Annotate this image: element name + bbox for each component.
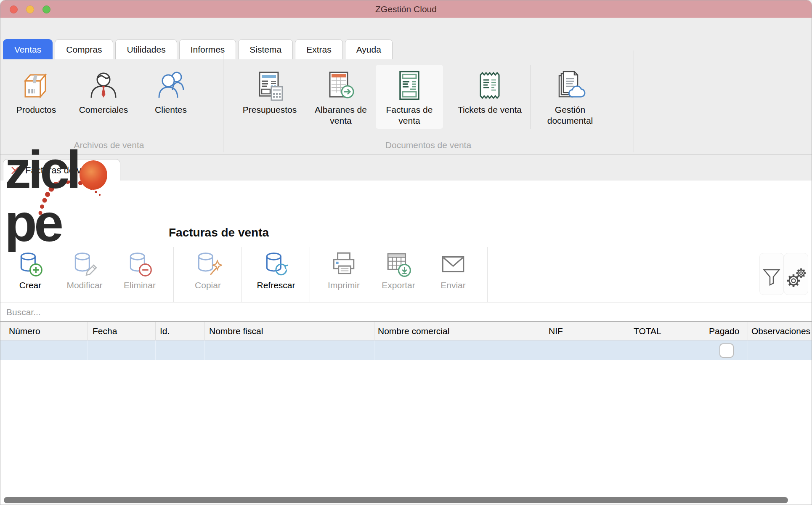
cell-nombre-fiscal: [205, 340, 374, 360]
content-area: ziclpe Facturas de venta Crear: [0, 181, 812, 505]
column-header-observaciones[interactable]: Observaciones: [748, 322, 812, 340]
ribbon-item-clientes[interactable]: Clientes: [136, 65, 205, 129]
ziclope-logo: ziclpe: [5, 181, 165, 245]
exportar-button[interactable]: Exportar: [373, 247, 424, 292]
tab-sistema[interactable]: Sistema: [238, 39, 293, 59]
ribbon-item-productos[interactable]: Productos: [2, 65, 71, 129]
column-header-id[interactable]: Id.: [156, 322, 205, 340]
ribbon-item-label: Productos: [2, 104, 71, 115]
cell-observaciones: [748, 340, 812, 360]
column-header-total[interactable]: TOTAL: [630, 322, 705, 340]
ribbon-item-facturas[interactable]: Facturas de venta: [376, 65, 443, 129]
printer-icon: [318, 247, 369, 278]
ribbon-item-label: Tickets de venta: [455, 104, 524, 115]
ribbon-group-separator: [223, 50, 223, 152]
column-header-nombre-fiscal[interactable]: Nombre fiscal: [205, 322, 374, 340]
toolbar-separator: [487, 247, 488, 302]
logo-o-dot: [80, 160, 107, 190]
tab-ventas[interactable]: Ventas: [3, 39, 53, 59]
ribbon-item-gestion-documental[interactable]: Gestión documental: [536, 65, 605, 129]
sales-ticket-icon: [455, 67, 524, 104]
cell-pagado: [705, 340, 748, 360]
database-add-icon: [5, 247, 56, 278]
delivery-note-icon: [306, 67, 375, 104]
toolbar-separator: [310, 247, 310, 302]
page-title: Facturas de venta: [169, 226, 269, 239]
database-remove-icon: [114, 247, 165, 278]
ribbon-area: Ventas Compras Utilidades Informes Siste…: [0, 18, 812, 155]
tab-ayuda[interactable]: Ayuda: [345, 39, 393, 59]
ribbon-item-label: Clientes: [136, 104, 205, 115]
filter-button[interactable]: [759, 253, 784, 295]
clients-icon: [136, 67, 205, 104]
toolbar-separator: [241, 247, 242, 302]
ribbon-item-albaranes[interactable]: Albaranes de venta: [306, 65, 375, 129]
documents-cloud-icon: [536, 67, 605, 104]
column-header-numero[interactable]: Número: [0, 322, 88, 340]
tab-utilidades[interactable]: Utilidades: [115, 39, 177, 59]
column-header-nif[interactable]: NIF: [545, 322, 630, 340]
toolbar-separator: [173, 247, 174, 302]
column-header-nombre-comercial[interactable]: Nombre comercial: [374, 322, 545, 340]
refrescar-button[interactable]: Refrescar: [251, 247, 301, 292]
mail-icon: [428, 247, 478, 278]
ribbon-item-separator: [530, 65, 531, 129]
cell-id: [156, 340, 205, 360]
budget-icon: [235, 67, 304, 104]
table-header: Número Fecha Id. Nombre fiscal Nombre co…: [0, 322, 812, 340]
ribbon-item-label: Albaranes de venta: [306, 104, 375, 126]
ribbon-item-presupuestos[interactable]: Presupuestos: [235, 65, 304, 129]
tab-informes[interactable]: Informes: [179, 39, 236, 59]
ribbon-group-separator: [634, 50, 634, 152]
salesman-icon: [69, 67, 138, 104]
ribbon-item-comerciales[interactable]: Comerciales: [69, 65, 138, 129]
filter-icon: [762, 267, 781, 288]
export-table-icon: [373, 247, 424, 278]
cell-nif: [545, 340, 630, 360]
ribbon-item-separator: [450, 65, 450, 129]
column-header-pagado[interactable]: Pagado: [705, 322, 748, 340]
ribbon-item-label: Facturas de venta: [376, 104, 443, 126]
imprimir-button[interactable]: Imprimir: [318, 247, 369, 292]
column-header-fecha[interactable]: Fecha: [88, 322, 156, 340]
horizontal-scrollbar[interactable]: [4, 497, 788, 503]
copiar-button[interactable]: Copiar: [183, 247, 233, 292]
modificar-button[interactable]: Modificar: [59, 247, 110, 292]
enviar-button[interactable]: Enviar: [428, 247, 478, 292]
search-input[interactable]: [0, 303, 812, 321]
cell-numero: [0, 340, 88, 360]
sales-invoice-icon: [376, 67, 443, 104]
database-copy-icon: [183, 247, 233, 278]
table-row[interactable]: [0, 340, 812, 360]
product-box-icon: [2, 67, 71, 104]
cell-nombre-comercial: [374, 340, 545, 360]
database-edit-icon: [59, 247, 110, 278]
ribbon-item-label: Presupuestos: [235, 104, 304, 115]
tab-compras[interactable]: Compras: [55, 39, 113, 59]
window-title: ZGestión Cloud: [0, 0, 812, 18]
ribbon-item-label: Comerciales: [69, 104, 138, 115]
settings-button[interactable]: [784, 253, 808, 295]
pagado-checkbox[interactable]: [719, 343, 734, 358]
cell-total: [630, 340, 705, 360]
ribbon-item-label: Gestión documental: [536, 104, 605, 126]
crear-button[interactable]: Crear: [5, 247, 56, 292]
ribbon-item-tickets[interactable]: Tickets de venta: [455, 65, 524, 129]
cell-fecha: [88, 340, 156, 360]
tab-extras[interactable]: Extras: [295, 39, 343, 59]
search-bar: [0, 303, 812, 322]
menu-tab-bar: Ventas Compras Utilidades Informes Siste…: [3, 39, 393, 59]
eliminar-button[interactable]: Eliminar: [114, 247, 165, 292]
settings-gears-icon: [785, 267, 807, 289]
database-refresh-icon: [251, 247, 301, 278]
ribbon-group-label-documentos: Documentos de venta: [239, 140, 618, 150]
titlebar: ZGestión Cloud: [0, 0, 812, 18]
app-window: ZGestión Cloud Ventas Compras Utilidades…: [0, 0, 812, 505]
logo-text: ziclpe: [5, 144, 165, 250]
